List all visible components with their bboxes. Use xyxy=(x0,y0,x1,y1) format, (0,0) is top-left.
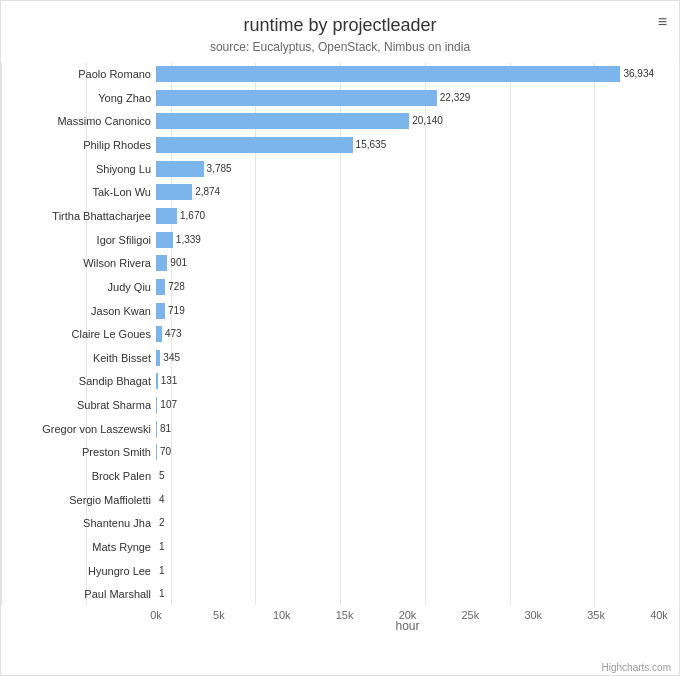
bar-value: 1,670 xyxy=(180,208,205,224)
x-axis-title: hour xyxy=(156,619,659,633)
bar-row: 15,635 xyxy=(156,134,659,156)
chart-container: runtime by projectleader source: Eucalyp… xyxy=(0,0,680,676)
bar-fill xyxy=(156,326,162,342)
bar-label: Igor Sfiligoi xyxy=(97,229,151,251)
bar-row: 719 xyxy=(156,300,659,322)
labels-section: Paolo RomanoYong ZhaoMassimo CanonicoPhi… xyxy=(1,63,156,605)
bar-row: 22,329 xyxy=(156,87,659,109)
bar-label: Sandip Bhagat xyxy=(79,370,151,392)
bar-row: 4 xyxy=(156,489,659,511)
bar-row: 20,140 xyxy=(156,110,659,132)
bar-value: 22,329 xyxy=(440,90,471,106)
bar-fill xyxy=(156,421,157,437)
menu-icon[interactable]: ≡ xyxy=(658,13,667,31)
bar-fill xyxy=(156,232,173,248)
bar-fill xyxy=(156,303,165,319)
bar-value: 719 xyxy=(168,303,185,319)
bar-row: 2 xyxy=(156,512,659,534)
bar-label: Brock Palen xyxy=(92,465,151,487)
bar-row: 1 xyxy=(156,583,659,605)
bar-value: 2 xyxy=(159,515,165,531)
bar-label: Claire Le Goues xyxy=(72,323,152,345)
bar-label: Keith Bisset xyxy=(93,347,151,369)
bar-label: Gregor von Laszewski xyxy=(42,418,151,440)
bar-fill xyxy=(156,208,177,224)
bar-label: Judy Qiu xyxy=(108,276,151,298)
bar-value: 1 xyxy=(159,586,165,602)
bar-value: 36,934 xyxy=(623,66,654,82)
bar-label: Shiyong Lu xyxy=(96,158,151,180)
bar-fill xyxy=(156,137,353,153)
bar-row: 728 xyxy=(156,276,659,298)
bar-value: 1,339 xyxy=(176,232,201,248)
bar-value: 15,635 xyxy=(356,137,387,153)
bar-value: 81 xyxy=(160,421,171,437)
bar-row: 473 xyxy=(156,323,659,345)
bar-label: Preston Smith xyxy=(82,441,151,463)
bar-value: 1 xyxy=(159,539,165,555)
bar-label: Jason Kwan xyxy=(91,300,151,322)
bar-value: 2,874 xyxy=(195,184,220,200)
bar-label: Massimo Canonico xyxy=(57,110,151,132)
chart-title: runtime by projectleader xyxy=(1,1,679,36)
bar-fill xyxy=(156,350,160,366)
bar-fill xyxy=(156,279,165,295)
highcharts-credit: Highcharts.com xyxy=(602,662,671,673)
bar-label: Tirtha Bhattacharjee xyxy=(52,205,151,227)
bar-value: 20,140 xyxy=(412,113,443,129)
bar-row: 345 xyxy=(156,347,659,369)
bar-label: Sergio Maffioletti xyxy=(69,489,151,511)
bar-value: 70 xyxy=(160,444,171,460)
bar-fill xyxy=(156,90,437,106)
bar-fill xyxy=(156,161,204,177)
bar-value: 4 xyxy=(159,492,165,508)
bar-label: Yong Zhao xyxy=(98,87,151,109)
bar-row: 901 xyxy=(156,252,659,274)
bar-fill xyxy=(156,397,157,413)
bar-row: 1,339 xyxy=(156,229,659,251)
bar-row: 1 xyxy=(156,536,659,558)
bar-row: 1,670 xyxy=(156,205,659,227)
bar-value: 473 xyxy=(165,326,182,342)
bar-label: Hyungro Lee xyxy=(88,560,151,582)
bar-label: Wilson Rivera xyxy=(83,252,151,274)
bar-row: 131 xyxy=(156,370,659,392)
bar-row: 70 xyxy=(156,441,659,463)
bar-fill xyxy=(156,184,192,200)
bar-value: 131 xyxy=(161,373,178,389)
bar-value: 1 xyxy=(159,563,165,579)
chart-area: Paolo RomanoYong ZhaoMassimo CanonicoPhi… xyxy=(1,63,679,635)
chart-subtitle: source: Eucalyptus, OpenStack, Nimbus on… xyxy=(1,40,679,54)
bar-fill xyxy=(156,255,167,271)
bar-label: Mats Rynge xyxy=(92,536,151,558)
bar-label: Subrat Sharma xyxy=(77,394,151,416)
bars-section: 36,93422,32920,14015,6353,7852,8741,6701… xyxy=(156,63,659,605)
bar-row: 3,785 xyxy=(156,158,659,180)
bar-label: Shantenu Jha xyxy=(83,512,151,534)
bar-row: 81 xyxy=(156,418,659,440)
bar-value: 728 xyxy=(168,279,185,295)
bar-row: 5 xyxy=(156,465,659,487)
bar-fill xyxy=(156,66,620,82)
bar-label: Paul Marshall xyxy=(84,583,151,605)
bar-label: Paolo Romano xyxy=(78,63,151,85)
bar-value: 3,785 xyxy=(207,161,232,177)
bar-value: 107 xyxy=(160,397,177,413)
bar-row: 107 xyxy=(156,394,659,416)
bar-fill xyxy=(156,113,409,129)
bar-fill xyxy=(156,373,158,389)
bar-value: 345 xyxy=(163,350,180,366)
bar-value: 5 xyxy=(159,468,165,484)
bar-row: 2,874 xyxy=(156,181,659,203)
bar-row: 1 xyxy=(156,560,659,582)
bar-fill xyxy=(156,444,157,460)
bar-row: 36,934 xyxy=(156,63,659,85)
bar-label: Philip Rhodes xyxy=(83,134,151,156)
bar-label: Tak-Lon Wu xyxy=(93,181,152,203)
bar-value: 901 xyxy=(170,255,187,271)
